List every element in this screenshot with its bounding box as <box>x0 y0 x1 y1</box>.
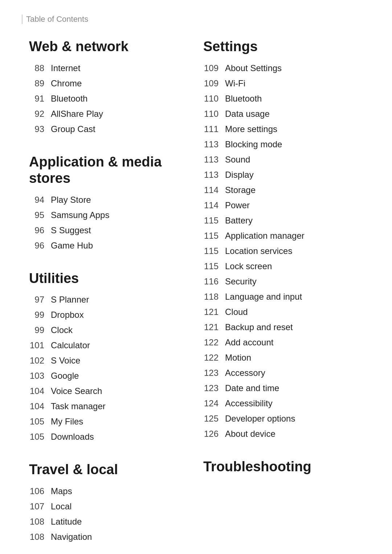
toc-item: 96Game Hub <box>29 239 189 252</box>
toc-page-number: 95 <box>29 209 51 222</box>
toc-item-label: Voice Search <box>51 385 102 398</box>
toc-item-label: Power <box>225 199 250 212</box>
toc-page-number: 113 <box>203 138 225 151</box>
toc-item: 109About Settings <box>203 62 363 75</box>
section-title-troubleshooting: Troubleshooting <box>203 459 363 475</box>
toc-item-label: Accessory <box>225 366 265 379</box>
toc-item: 104Task manager <box>29 400 189 413</box>
toc-item-label: Play Store <box>51 193 91 206</box>
toc-page-number: 96 <box>29 224 51 237</box>
toc-item: 110Bluetooth <box>203 92 363 105</box>
toc-page-number: 97 <box>29 293 51 306</box>
toc-item-label: Downloads <box>51 430 94 443</box>
toc-item: 105My Files <box>29 415 189 428</box>
toc-item-label: Lock screen <box>225 260 272 273</box>
toc-item: 101Calculator <box>29 339 189 352</box>
section-title-app-media: Application & media stores <box>29 154 189 187</box>
toc-item: 91Bluetooth <box>29 92 189 105</box>
toc-item: 103Google <box>29 369 189 382</box>
toc-item-label: Calculator <box>51 339 90 352</box>
toc-item: 121Backup and reset <box>203 321 363 334</box>
toc-page-number: 114 <box>203 184 225 197</box>
toc-item-label: More settings <box>225 123 277 136</box>
toc-item: 125Developer options <box>203 412 363 425</box>
toc-item-label: Application manager <box>225 229 305 242</box>
toc-item-label: AllShare Play <box>51 107 103 120</box>
toc-page-number: 122 <box>203 351 225 364</box>
toc-page-number: 113 <box>203 153 225 166</box>
toc-item: 121Cloud <box>203 305 363 319</box>
toc-item: 114Storage <box>203 184 363 197</box>
toc-item-label: Add account <box>225 336 273 349</box>
toc-item: 113Sound <box>203 153 363 166</box>
toc-item-label: Clock <box>51 324 73 337</box>
toc-page-number: 109 <box>203 77 225 90</box>
toc-item-label: Location services <box>225 245 292 258</box>
toc-item: 115Application manager <box>203 229 363 242</box>
toc-page-number: 123 <box>203 366 225 379</box>
section-title-travel-local: Travel & local <box>29 461 189 478</box>
toc-page-number: 105 <box>29 430 51 443</box>
toc-item-label: Display <box>225 168 254 181</box>
toc-page-number: 109 <box>203 62 225 75</box>
toc-item: 115Location services <box>203 245 363 258</box>
toc-item: 96S Suggest <box>29 224 189 237</box>
toc-item: 102S Voice <box>29 354 189 367</box>
toc-page-number: 104 <box>29 385 51 398</box>
toc-item-label: S Planner <box>51 293 89 306</box>
toc-page-number: 99 <box>29 324 51 337</box>
toc-item-label: S Voice <box>51 354 80 367</box>
toc-page-number: 125 <box>203 412 225 425</box>
toc-item: 114Power <box>203 199 363 212</box>
toc-item: 111More settings <box>203 123 363 136</box>
toc-item: 107Local <box>29 500 189 513</box>
toc-page-number: 108 <box>29 530 51 543</box>
toc-page-number: 92 <box>29 107 51 120</box>
toc-item-label: Google <box>51 369 79 382</box>
toc-item: 105Downloads <box>29 430 189 443</box>
section-title-utilities: Utilities <box>29 270 189 287</box>
section-settings: Settings109About Settings109Wi-Fi110Blue… <box>203 38 363 440</box>
toc-item: 92AllShare Play <box>29 107 189 120</box>
toc-item-label: Battery <box>225 214 253 227</box>
toc-page-number: 116 <box>203 275 225 288</box>
toc-item-label: Backup and reset <box>225 321 293 334</box>
toc-item: 113Blocking mode <box>203 138 363 151</box>
toc-item: 116Security <box>203 275 363 288</box>
toc-item: 123Accessory <box>203 366 363 379</box>
toc-item-label: Maps <box>51 485 72 498</box>
toc-item: 122Motion <box>203 351 363 364</box>
toc-item-label: Cloud <box>225 305 248 319</box>
toc-page-number: 106 <box>29 485 51 498</box>
toc-item-label: Latitude <box>51 515 82 528</box>
section-utilities: Utilities97S Planner99Dropbox99Clock101C… <box>29 270 189 444</box>
toc-page-number: 108 <box>29 515 51 528</box>
toc-page-number: 114 <box>203 199 225 212</box>
toc-page-number: 104 <box>29 400 51 413</box>
toc-page-number: 93 <box>29 123 51 136</box>
right-column: Settings109About Settings109Wi-Fi110Blue… <box>196 38 370 554</box>
toc-page-number: 88 <box>29 62 51 75</box>
toc-page-number: 115 <box>203 260 225 273</box>
toc-item: 109Wi-Fi <box>203 77 363 90</box>
toc-page-number: 110 <box>203 107 225 120</box>
toc-item-label: Chrome <box>51 77 82 90</box>
toc-page-number: 118 <box>203 290 225 303</box>
toc-item: 99Clock <box>29 324 189 337</box>
toc-item-label: Language and input <box>225 290 302 303</box>
toc-item: 110Data usage <box>203 107 363 120</box>
toc-item-label: Data usage <box>225 107 270 120</box>
toc-page-number: 115 <box>203 229 225 242</box>
section-troubleshooting: Troubleshooting <box>203 459 363 475</box>
toc-item-label: S Suggest <box>51 224 91 237</box>
toc-item: 106Maps <box>29 485 189 498</box>
section-app-media: Application & media stores94Play Store95… <box>29 154 189 252</box>
toc-item: 104Voice Search <box>29 385 189 398</box>
toc-item-label: About device <box>225 427 275 440</box>
toc-item: 115Battery <box>203 214 363 227</box>
toc-item: 108Latitude <box>29 515 189 528</box>
toc-item-label: Game Hub <box>51 239 93 252</box>
toc-item-label: Samsung Apps <box>51 209 109 222</box>
toc-item-label: Wi-Fi <box>225 77 245 90</box>
toc-item-label: Navigation <box>51 530 92 543</box>
